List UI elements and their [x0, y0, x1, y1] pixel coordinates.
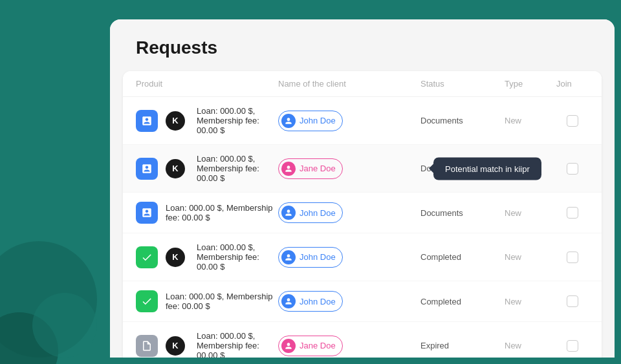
table-row[interactable]: K Loan: 000.00 $, Membership fee: 00.00 …: [123, 145, 602, 193]
checkbox-cell[interactable]: [556, 340, 589, 352]
client-pill[interactable]: John Doe: [278, 111, 343, 131]
row-checkbox[interactable]: [567, 207, 578, 219]
k-avatar: K: [166, 159, 185, 178]
type-text: New: [505, 341, 556, 350]
product-cell: Loan: 000.00 $, Membership fee: 00.00 $: [136, 202, 278, 224]
client-cell: Jane Doe: [278, 336, 420, 356]
client-avatar: [281, 250, 296, 264]
type-text: New: [505, 164, 556, 173]
k-avatar: K: [166, 111, 185, 131]
product-cell: K Loan: 000.00 $, Membership fee: 00.00 …: [136, 242, 278, 272]
client-name: John Doe: [300, 252, 336, 262]
header-join: Join: [556, 79, 589, 89]
type-text: New: [505, 116, 556, 125]
status-text: Expired: [420, 341, 505, 350]
client-name: John Doe: [300, 297, 336, 306]
row-checkbox[interactable]: [567, 340, 578, 352]
table-row[interactable]: Loan: 000.00 $, Membership fee: 00.00 $ …: [123, 281, 602, 322]
product-text: Loan: 000.00 $, Membership fee: 00.00 $: [197, 331, 278, 358]
client-cell: Jane Doe Potential match in kiipr: [278, 158, 420, 179]
client-avatar: [281, 206, 296, 220]
status-text: Documents: [420, 164, 505, 173]
table-row[interactable]: K Loan: 000.00 $, Membership fee: 00.00 …: [123, 322, 602, 358]
client-avatar: [281, 294, 296, 308]
checkbox-cell[interactable]: [556, 252, 589, 263]
client-pill[interactable]: John Doe: [278, 247, 343, 268]
table-body: K Loan: 000.00 $, Membership fee: 00.00 …: [123, 97, 602, 358]
product-cell: K Loan: 000.00 $, Membership fee: 00.00 …: [136, 331, 278, 358]
client-cell: John Doe: [278, 247, 420, 268]
product-text: Loan: 000.00 $, Membership fee: 00.00 $: [197, 242, 278, 272]
client-pill[interactable]: Jane Doe: [278, 336, 343, 356]
product-icon: [136, 158, 158, 180]
product-cell: Loan: 000.00 $, Membership fee: 00.00 $: [136, 290, 278, 312]
client-name: Jane Doe: [300, 164, 336, 173]
client-avatar: [281, 339, 296, 353]
product-text: Loan: 000.00 $, Membership fee: 00.00 $: [166, 292, 278, 311]
client-name: John Doe: [300, 116, 336, 125]
header-status: Status: [420, 79, 505, 89]
client-cell: John Doe: [278, 202, 420, 223]
row-checkbox[interactable]: [567, 295, 578, 307]
product-text: Loan: 000.00 $, Membership fee: 00.00 $: [197, 154, 278, 183]
client-name: John Doe: [300, 208, 336, 218]
status-text: Documents: [420, 116, 505, 125]
table-row[interactable]: K Loan: 000.00 $, Membership fee: 00.00 …: [123, 97, 602, 145]
svg-point-2: [32, 293, 97, 358]
row-checkbox[interactable]: [567, 115, 578, 127]
product-cell: K Loan: 000.00 $, Membership fee: 00.00 …: [136, 106, 278, 135]
product-cell: K Loan: 000.00 $, Membership fee: 00.00 …: [136, 154, 278, 183]
product-text: Loan: 000.00 $, Membership fee: 00.00 $: [197, 106, 278, 135]
client-pill[interactable]: Jane Doe: [278, 158, 343, 179]
client-cell: John Doe: [278, 111, 420, 131]
product-icon: [136, 110, 158, 132]
checkbox-cell[interactable]: [556, 295, 589, 307]
table-row[interactable]: K Loan: 000.00 $, Membership fee: 00.00 …: [123, 233, 602, 281]
main-card: Requests Produit Name of the client Stat…: [110, 19, 615, 358]
client-pill[interactable]: John Doe: [278, 291, 343, 312]
checkbox-cell[interactable]: [556, 163, 589, 175]
product-icon: [136, 202, 158, 224]
type-text: New: [505, 297, 556, 306]
type-text: New: [505, 208, 556, 218]
bg-decoration: [0, 170, 110, 364]
page-title: Requests: [110, 19, 615, 71]
header-produit: Produit: [136, 79, 278, 89]
product-icon: [136, 335, 158, 357]
row-checkbox[interactable]: [567, 163, 578, 175]
client-avatar: [281, 162, 296, 176]
checkbox-cell[interactable]: [556, 115, 589, 127]
header-client: Name of the client: [278, 79, 420, 89]
client-avatar: [281, 114, 296, 128]
table-header: Produit Name of the client Status Type J…: [123, 71, 602, 97]
product-icon: [136, 290, 158, 312]
checkbox-cell[interactable]: [556, 207, 589, 219]
status-text: Documents: [420, 208, 505, 218]
table-row[interactable]: Loan: 000.00 $, Membership fee: 00.00 $ …: [123, 193, 602, 233]
header-type: Type: [505, 79, 556, 89]
row-checkbox[interactable]: [567, 252, 578, 263]
product-text: Loan: 000.00 $, Membership fee: 00.00 $: [166, 203, 278, 222]
requests-table: Produit Name of the client Status Type J…: [123, 71, 602, 358]
client-name: Jane Doe: [300, 341, 336, 350]
product-icon: [136, 246, 158, 268]
k-avatar: K: [166, 248, 185, 267]
type-text: New: [505, 252, 556, 262]
client-cell: John Doe: [278, 291, 420, 312]
client-pill[interactable]: John Doe: [278, 202, 343, 223]
status-text: Completed: [420, 297, 505, 306]
k-avatar: K: [166, 336, 185, 356]
status-text: Completed: [420, 252, 505, 262]
